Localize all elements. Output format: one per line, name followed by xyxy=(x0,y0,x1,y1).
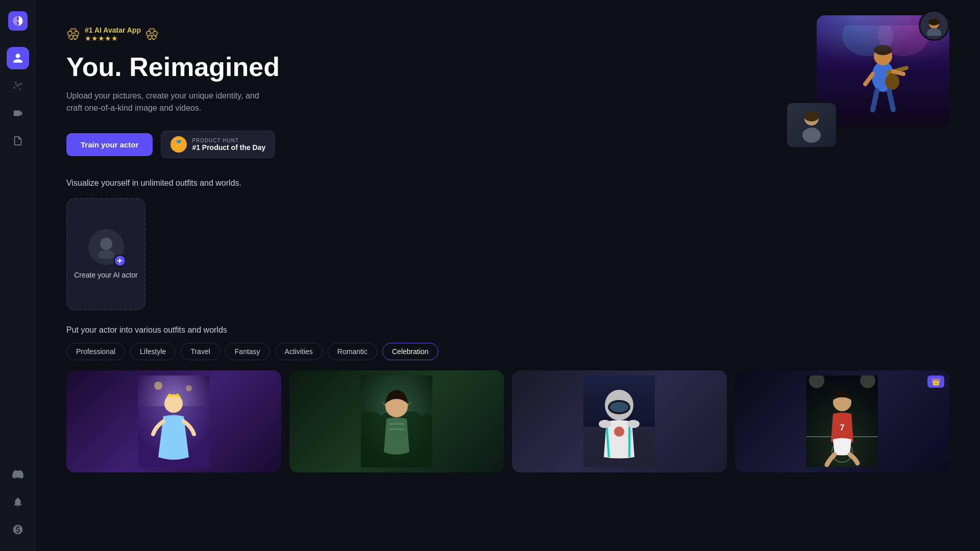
outfits-section: Put your actor into various outfits and … xyxy=(36,325,980,472)
sidebar-item-swap[interactable] xyxy=(7,74,29,97)
actor-avatar-placeholder: + xyxy=(88,229,124,265)
outfit-image-racer[interactable] xyxy=(512,370,727,472)
filter-travel[interactable]: Travel xyxy=(181,343,219,360)
actors-section: Visualize yourself in unlimited outfits … xyxy=(36,179,980,310)
svg-point-27 xyxy=(610,402,628,412)
train-actor-button[interactable]: Train your actor xyxy=(66,133,153,156)
svg-point-20 xyxy=(164,394,183,413)
product-hunt-title: #1 Product of the Day xyxy=(192,143,265,152)
svg-point-30 xyxy=(627,420,640,428)
outfits-section-title: Put your actor into various outfits and … xyxy=(66,325,949,335)
filter-celebration[interactable]: Celebration xyxy=(382,343,438,360)
princess-image xyxy=(66,370,281,472)
create-actor-label: Create your AI actor xyxy=(74,271,138,279)
sidebar-item-document[interactable] xyxy=(7,130,29,152)
svg-point-19 xyxy=(186,385,192,391)
app-logo[interactable] xyxy=(7,10,29,32)
svg-point-12 xyxy=(802,128,821,143)
soccer-image: 7 xyxy=(735,370,950,472)
actors-grid: + Create your AI actor xyxy=(66,198,949,310)
svg-point-9 xyxy=(927,28,941,36)
outfit-image-elf[interactable] xyxy=(289,370,504,472)
outfit-image-soccer[interactable]: 7 👑 xyxy=(735,370,950,472)
outfit-image-princess[interactable] xyxy=(66,370,281,472)
star-rating: ★★★★★ xyxy=(85,34,141,42)
hero-avatar-small xyxy=(919,10,949,41)
hero-actions: Train your actor 🏅 PRODUCT HUNT #1 Produ… xyxy=(66,131,424,158)
crown-icon: 👑 xyxy=(932,378,940,386)
filter-fantasy[interactable]: Fantasy xyxy=(225,343,270,360)
filter-romantic[interactable]: Romantic xyxy=(328,343,377,360)
svg-point-15 xyxy=(98,250,114,259)
laurel-right-icon: 🏵 xyxy=(145,26,159,42)
sidebar xyxy=(0,0,36,551)
hero-section: 🏵 #1 AI Avatar App ★★★★★ 🏵 You. Reimagin… xyxy=(36,0,980,179)
filter-lifestyle[interactable]: Lifestyle xyxy=(130,343,176,360)
svg-point-13 xyxy=(804,111,819,121)
product-hunt-button[interactable]: 🏅 PRODUCT HUNT #1 Product of the Day xyxy=(161,131,275,158)
sidebar-item-notifications[interactable] xyxy=(7,491,29,513)
main-content: 🏵 #1 AI Avatar App ★★★★★ 🏵 You. Reimagin… xyxy=(36,0,980,551)
product-hunt-text: PRODUCT HUNT #1 Product of the Day xyxy=(192,138,265,152)
filter-tags: Professional Lifestyle Travel Fantasy Ac… xyxy=(66,343,949,360)
racer-image xyxy=(512,370,727,472)
sidebar-item-billing[interactable] xyxy=(7,518,29,541)
product-hunt-label: PRODUCT HUNT xyxy=(192,138,265,143)
add-actor-plus-icon: + xyxy=(114,255,126,267)
hero-subtitle: Upload your pictures, create your unique… xyxy=(66,90,271,114)
svg-point-29 xyxy=(599,420,611,428)
premium-badge: 👑 xyxy=(927,375,944,388)
product-hunt-medal-icon: 🏅 xyxy=(170,136,187,153)
sidebar-item-video[interactable] xyxy=(7,102,29,124)
svg-text:7: 7 xyxy=(840,423,844,432)
hero-before-image xyxy=(786,102,837,148)
outfit-image-grid: 7 👑 xyxy=(66,370,949,472)
badge-label: #1 AI Avatar App xyxy=(85,26,141,34)
svg-point-18 xyxy=(154,382,162,390)
create-actor-card[interactable]: + Create your AI actor xyxy=(66,198,145,310)
filter-professional[interactable]: Professional xyxy=(66,343,125,360)
hero-image-area xyxy=(796,15,949,148)
filter-activities[interactable]: Activities xyxy=(275,343,323,360)
hero-title: You. Reimagined xyxy=(66,53,424,82)
actors-section-title: Visualize yourself in unlimited outfits … xyxy=(66,179,949,188)
svg-point-14 xyxy=(100,238,112,250)
sidebar-item-user[interactable] xyxy=(7,47,29,69)
sidebar-item-discord[interactable] xyxy=(7,463,29,486)
hero-badge: 🏵 #1 AI Avatar App ★★★★★ 🏵 xyxy=(66,26,424,42)
svg-point-28 xyxy=(614,427,624,437)
elf-image xyxy=(289,370,504,472)
svg-point-10 xyxy=(928,18,940,26)
laurel-left-icon: 🏵 xyxy=(66,26,81,42)
hero-content: 🏵 #1 AI Avatar App ★★★★★ 🏵 You. Reimagin… xyxy=(66,26,424,158)
